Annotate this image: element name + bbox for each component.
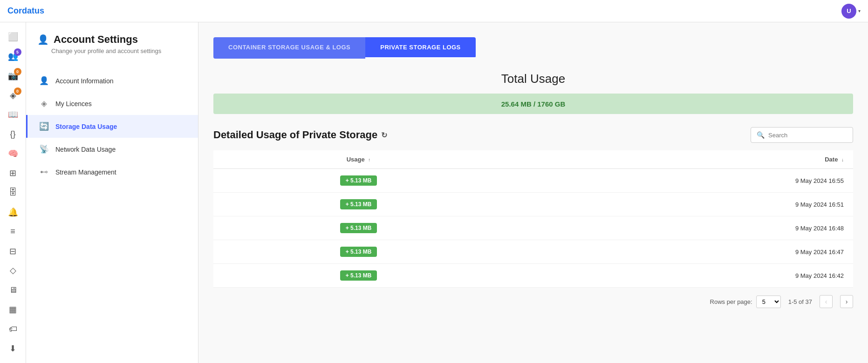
network-icon: 📡 xyxy=(39,144,49,154)
sidebar-item-stream-management[interactable]: ⊷ Stream Management xyxy=(26,161,198,183)
licences-icon: ◈ xyxy=(39,99,49,108)
account-icon: 👤 xyxy=(39,76,49,86)
total-usage-title: Total Usage xyxy=(213,72,853,86)
rows-per-page-select[interactable]: 5 10 25 xyxy=(756,296,781,308)
sidebar-item-label: Account Information xyxy=(55,77,114,85)
nav-server-icon[interactable]: 🗄 xyxy=(4,184,22,202)
camera-badge: 0 xyxy=(14,68,21,75)
cell-date: 9 May 2024 16:55 xyxy=(504,169,853,193)
nav-terminal-icon[interactable]: ▦ xyxy=(4,301,22,318)
detailed-header: Detailed Usage of Private Storage ↻ 🔍 xyxy=(213,127,853,143)
topbar: Cordatus U ▾ xyxy=(0,0,868,22)
table-row: + 5.13 MB 9 May 2024 16:55 xyxy=(213,169,853,193)
rows-per-page-label: Rows per page: xyxy=(710,298,752,305)
cell-date: 9 May 2024 16:47 xyxy=(504,240,853,264)
table-body: + 5.13 MB 9 May 2024 16:55 + 5.13 MB 9 M… xyxy=(213,169,853,288)
layers-badge: 0 xyxy=(14,87,21,95)
sidebar-item-storage-data-usage[interactable]: 🔄 Storage Data Usage xyxy=(26,115,198,138)
sidebar-subtitle: Change your profile and account settings xyxy=(37,47,187,54)
rows-per-page: Rows per page: 5 10 25 xyxy=(710,296,781,308)
search-icon: 🔍 xyxy=(757,131,765,139)
nav-users-icon[interactable]: 👥5 xyxy=(4,47,22,65)
nav-brain-icon[interactable]: 🧠 xyxy=(4,145,22,162)
sidebar-header: 👤 Account Settings Change your profile a… xyxy=(26,34,198,66)
table-row: + 5.13 MB 9 May 2024 16:48 xyxy=(213,216,853,240)
nav-tag-icon[interactable]: 🏷 xyxy=(4,320,22,338)
nav-dashboard2-icon[interactable]: ⊟ xyxy=(4,242,22,260)
table-row: + 5.13 MB 9 May 2024 16:51 xyxy=(213,193,853,216)
usage-badge: + 5.13 MB xyxy=(340,247,377,257)
usage-badge: + 5.13 MB xyxy=(340,199,377,209)
cell-date: 9 May 2024 16:51 xyxy=(504,193,853,216)
sidebar-item-account-information[interactable]: 👤 Account Information xyxy=(26,69,198,92)
pagination: Rows per page: 5 10 25 1-5 of 37 ‹ › xyxy=(213,288,853,316)
sidebar-item-label: Stream Management xyxy=(55,168,116,176)
sidebar-menu: 👤 Account Information ◈ My Licences 🔄 St… xyxy=(26,69,198,183)
chevron-down-icon: ▾ xyxy=(858,8,861,13)
cell-usage: + 5.13 MB xyxy=(213,193,504,216)
user-avatar[interactable]: U xyxy=(841,4,856,19)
data-table: Usage ↑ Date ↓ + 5.13 MB 9 May 2024 16:5… xyxy=(213,150,853,288)
cell-usage: + 5.13 MB xyxy=(213,240,504,264)
table-row: + 5.13 MB 9 May 2024 16:42 xyxy=(213,264,853,288)
storage-icon: 🔄 xyxy=(39,121,49,131)
nav-list-icon[interactable]: ≡ xyxy=(4,223,22,241)
tab-container-storage[interactable]: CONTAINER STORAGE USAGE & LOGS xyxy=(213,37,365,59)
search-input[interactable] xyxy=(768,132,847,139)
detailed-title: Detailed Usage of Private Storage ↻ xyxy=(213,129,387,141)
sidebar-item-label: Storage Data Usage xyxy=(55,123,117,130)
date-sort-arrow: ↓ xyxy=(841,157,844,162)
next-page-button[interactable]: › xyxy=(840,295,853,308)
prev-page-button[interactable]: ‹ xyxy=(820,295,833,308)
sidebar-item-label: My Licences xyxy=(55,100,92,108)
column-date[interactable]: Date ↓ xyxy=(504,150,853,169)
main-content: CONTAINER STORAGE USAGE & LOGS PRIVATE S… xyxy=(198,22,868,363)
table-row: + 5.13 MB 9 May 2024 16:47 xyxy=(213,240,853,264)
column-usage[interactable]: Usage ↑ xyxy=(213,150,504,169)
nav-camera-icon[interactable]: 📷0 xyxy=(4,67,22,85)
cell-date: 9 May 2024 16:48 xyxy=(504,216,853,240)
usage-badge: + 5.13 MB xyxy=(340,175,377,186)
cell-usage: + 5.13 MB xyxy=(213,264,504,288)
nav-layers-icon[interactable]: ◈0 xyxy=(4,87,22,104)
sidebar: 👤 Account Settings Change your profile a… xyxy=(26,22,198,363)
tab-private-storage[interactable]: PRIVATE STORAGE LOGS xyxy=(365,37,476,59)
user-menu[interactable]: U ▾ xyxy=(841,4,861,19)
users-badge: 5 xyxy=(14,48,21,56)
cell-usage: + 5.13 MB xyxy=(213,169,504,193)
usage-sort-arrow: ↑ xyxy=(368,157,370,162)
usage-bar: 25.64 MB / 1760 GB xyxy=(213,94,853,114)
cell-usage: + 5.13 MB xyxy=(213,216,504,240)
usage-badge: + 5.13 MB xyxy=(340,223,377,233)
nav-monitor-icon[interactable]: 🖥 xyxy=(4,281,22,299)
nav-code-icon[interactable]: {} xyxy=(4,125,22,143)
nav-bell-icon[interactable]: 🔔 xyxy=(4,203,22,221)
sidebar-item-my-licences[interactable]: ◈ My Licences xyxy=(26,92,198,115)
sidebar-item-network-data-usage[interactable]: 📡 Network Data Usage xyxy=(26,138,198,161)
refresh-icon[interactable]: ↻ xyxy=(381,131,387,140)
usage-bar-text: 25.64 MB / 1760 GB xyxy=(501,100,566,108)
stream-icon: ⊷ xyxy=(39,167,49,177)
nav-grid-icon[interactable]: ⊞ xyxy=(4,164,22,182)
cell-date: 9 May 2024 16:42 xyxy=(504,264,853,288)
table-header-row: Usage ↑ Date ↓ xyxy=(213,150,853,169)
sidebar-title: 👤 Account Settings xyxy=(37,34,187,46)
search-box: 🔍 xyxy=(751,127,853,143)
nav-diamond-icon[interactable]: ◇ xyxy=(4,262,22,280)
nav-book-icon[interactable]: 📖 xyxy=(4,106,22,124)
settings-icon: 👤 xyxy=(37,34,49,45)
icon-nav: ⬜ 👥5 📷0 ◈0 📖 {} 🧠 ⊞ 🗄 🔔 ≡ ⊟ ◇ 🖥 ▦ 🏷 ⬇ xyxy=(0,22,26,363)
tabs: CONTAINER STORAGE USAGE & LOGS PRIVATE S… xyxy=(213,37,853,59)
nav-dashboard-icon[interactable]: ⬜ xyxy=(4,28,22,46)
sidebar-item-label: Network Data Usage xyxy=(55,146,116,153)
page-info: 1-5 of 37 xyxy=(788,298,812,305)
app-logo[interactable]: Cordatus xyxy=(7,6,44,16)
nav-download-icon[interactable]: ⬇ xyxy=(4,340,22,357)
usage-badge: + 5.13 MB xyxy=(340,270,377,281)
